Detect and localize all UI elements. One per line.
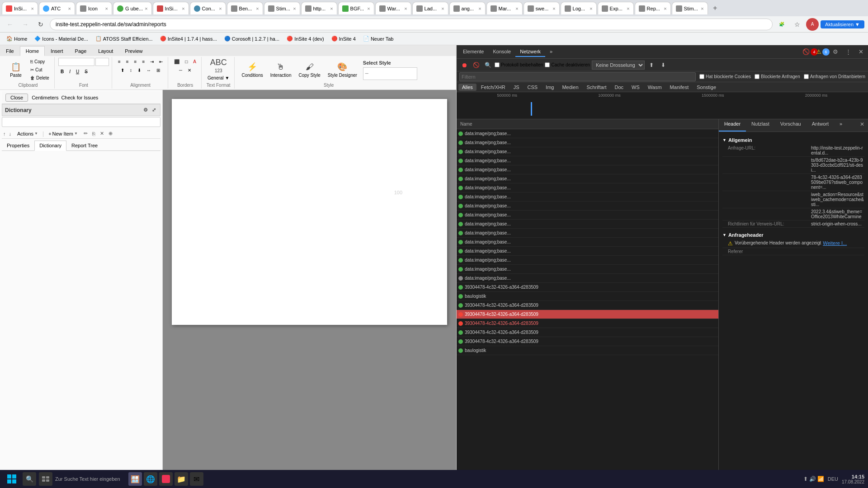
filter-tab-ws[interactable]: WS xyxy=(628,84,643,91)
tab-9[interactable]: BGF...× xyxy=(338,2,374,14)
profile-btn[interactable]: A xyxy=(806,18,819,31)
tray-icon-1[interactable]: ⬆ xyxy=(803,476,808,482)
network-row[interactable]: baulogistik xyxy=(457,292,718,301)
disable-cache-checkbox[interactable]: Cache deaktivieren xyxy=(545,62,590,67)
tab-close[interactable]: × xyxy=(515,6,518,11)
taskbar-app-5[interactable]: ✉ xyxy=(190,472,203,486)
search-btn[interactable]: 🔍 xyxy=(483,60,493,70)
taskbar-search[interactable]: 🔍 xyxy=(23,472,36,486)
general-dropdown[interactable]: General ▼ xyxy=(205,74,231,82)
tab-close[interactable]: × xyxy=(441,6,444,11)
tab-close[interactable]: × xyxy=(182,6,184,11)
style-designer-btn[interactable]: 🎨 Style Designer xyxy=(325,60,360,80)
align-left-btn[interactable]: ≡ xyxy=(116,58,123,66)
tab-close[interactable]: × xyxy=(664,6,666,11)
italic-btn[interactable]: I xyxy=(67,68,73,75)
conditions-btn[interactable]: ⚡ Conditions xyxy=(238,60,266,80)
filter-tab-img[interactable]: Img xyxy=(542,84,557,91)
paste-btn[interactable]: 📋 Paste xyxy=(5,60,27,80)
devtools-close-btn[interactable]: ✕ xyxy=(855,47,866,57)
tab-close[interactable]: × xyxy=(701,6,703,11)
detail-tab-nutzlast[interactable]: Nutzlast xyxy=(746,119,775,131)
sort-desc-icon[interactable]: ↓ xyxy=(8,130,13,137)
taskbar-app-2[interactable]: 🌐 xyxy=(144,472,157,486)
tab-8[interactable]: http...× xyxy=(301,2,337,14)
start-btn[interactable] xyxy=(4,471,20,487)
align-justify-btn[interactable]: ≡ xyxy=(140,58,147,66)
devtools-settings-btn[interactable]: ⚙ xyxy=(830,47,841,57)
tray-icon-2[interactable]: 🔊 xyxy=(809,476,816,482)
extensions-btn[interactable]: 🧩 xyxy=(775,18,788,31)
detail-tab-more[interactable]: » xyxy=(834,119,848,131)
ribbon-tab-home[interactable]: Home xyxy=(20,46,45,56)
clear-btn[interactable]: 🚫 xyxy=(471,60,481,70)
sidebar-expand-icon[interactable]: ⤢ xyxy=(151,106,157,114)
filter-input[interactable] xyxy=(459,72,696,81)
merge-btn[interactable]: ⊞ xyxy=(154,66,162,74)
ribbon-tab-preview[interactable]: Preview xyxy=(119,46,148,56)
border-outer-btn[interactable]: □ xyxy=(183,58,190,66)
tab-15[interactable]: Log...× xyxy=(561,2,597,14)
network-row[interactable]: data:image/png;base... xyxy=(457,220,718,229)
tab-close[interactable]: × xyxy=(367,6,370,11)
update-btn[interactable]: Aktualisieren ▼ xyxy=(821,20,864,28)
filter-tab-js[interactable]: JS xyxy=(510,84,523,91)
network-row[interactable]: 39304478-4c32-4326-a364-d283509 xyxy=(457,328,718,337)
detail-warning-link[interactable]: Weitere I... xyxy=(823,240,847,247)
network-row[interactable]: data:image/png;base... xyxy=(457,156,718,165)
bookmark-insite4[interactable]: 🔴 InSite4 | 1.7.4 | hass... xyxy=(157,35,220,42)
tab-dictionary[interactable]: Dictionary xyxy=(34,141,66,151)
tab-close[interactable]: × xyxy=(590,6,592,11)
blocked-cookies-cb[interactable]: Hat blockierte Cookies xyxy=(699,74,751,79)
network-row[interactable]: data:image/png;base... xyxy=(457,138,718,147)
valign-mid-btn[interactable]: ↕ xyxy=(127,66,134,74)
tab-12[interactable]: ang...× xyxy=(449,2,486,14)
network-row-selected[interactable]: 39304478-4c32-4326-a364-d283509 xyxy=(457,310,718,319)
underline-btn[interactable]: U xyxy=(74,68,81,75)
filter-tab-css[interactable]: CSS xyxy=(524,84,541,91)
network-row[interactable]: data:image/png;base... xyxy=(457,229,718,238)
bookmark-icons[interactable]: 🔷 Icons - Material De... xyxy=(32,35,90,42)
taskbar-app-3[interactable] xyxy=(159,472,173,486)
devtools-tab-more[interactable]: » xyxy=(545,47,557,57)
tab-11[interactable]: Lad...× xyxy=(412,2,448,14)
network-row[interactable]: baulogistik xyxy=(457,346,718,355)
network-row[interactable]: data:image/png;base... xyxy=(457,274,718,283)
edit-icon[interactable]: ✏ xyxy=(82,130,89,137)
bookmark-btn[interactable]: ☆ xyxy=(791,18,803,31)
tab-7[interactable]: Stim...× xyxy=(264,2,300,14)
tab-close[interactable]: × xyxy=(627,6,629,11)
import-btn[interactable]: ⬆ xyxy=(646,60,656,70)
ribbon-tab-page[interactable]: Page xyxy=(69,46,93,56)
throttle-dropdown[interactable]: Keine Drosselung xyxy=(592,61,645,70)
address-bar[interactable] xyxy=(50,19,773,30)
sort-asc-icon[interactable]: ↑ xyxy=(2,130,7,137)
network-row[interactable]: data:image/png;base... xyxy=(457,211,718,220)
ribbon-tab-insert[interactable]: Insert xyxy=(45,46,69,56)
detail-close-btn[interactable]: ✕ xyxy=(856,119,868,131)
bookmark-corosoft[interactable]: 🔵 Corosoft | 1.2.7 | ha... xyxy=(222,35,282,42)
actions-dropdown-btn[interactable]: Actions ▼ xyxy=(14,130,41,137)
devtools-tab-elements[interactable]: Elemente xyxy=(458,47,488,57)
filter-tab-font[interactable]: Schriftart xyxy=(583,84,610,91)
taskbar-app-1[interactable]: 🪟 xyxy=(128,472,142,486)
tab-close[interactable]: × xyxy=(404,6,407,11)
network-row[interactable]: data:image/png;base... xyxy=(457,202,718,211)
filter-tab-media[interactable]: Medien xyxy=(558,84,582,91)
filter-tab-doc[interactable]: Doc xyxy=(611,84,627,91)
tab-2[interactable]: Icon× xyxy=(76,2,112,14)
network-row[interactable]: data:image/png;base... xyxy=(457,183,718,192)
tray-icon-3[interactable]: 📶 xyxy=(817,476,824,482)
outdent-btn[interactable]: ⇤ xyxy=(157,58,165,66)
network-row[interactable]: 39304478-4c32-4326-a364-d283509 xyxy=(457,337,718,346)
network-row[interactable]: data:image/png;base... xyxy=(457,192,718,202)
border-none-btn[interactable]: ✕ xyxy=(185,66,193,74)
network-row[interactable]: data:image/png;base... xyxy=(457,265,718,274)
filter-tab-sonstige[interactable]: Sonstige xyxy=(693,84,720,91)
text-dir-btn[interactable]: ↔ xyxy=(144,66,153,74)
tab-3[interactable]: G ube...× xyxy=(113,2,152,14)
filter-tab-all[interactable]: Alles xyxy=(458,84,476,91)
bookmark-atoss[interactable]: 📋 ATOSS Staff Efficien... xyxy=(93,35,156,42)
bookmark-home[interactable]: 🏠 Home xyxy=(4,35,30,42)
network-row[interactable]: data:image/png;base... xyxy=(457,165,718,174)
